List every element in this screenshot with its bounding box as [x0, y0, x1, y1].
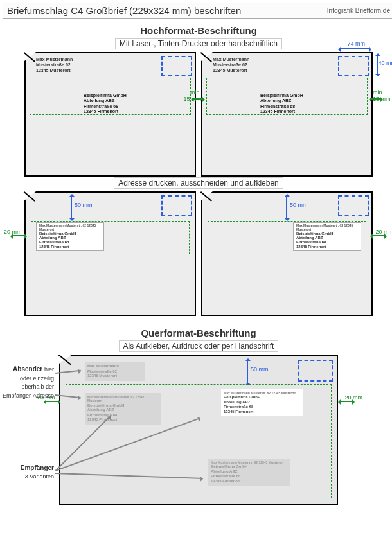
address-label: Max Mustermann Musterstr. 62 12345 Muste…	[293, 222, 361, 251]
dim-arrow-20-quer-r	[341, 401, 352, 402]
envelope-portrait-2: Max MustermannMusterstraße 6212345 Muste…	[201, 52, 373, 177]
recipient-variant-3: Max Mustermann Musterstr. 62 12345 Muste…	[208, 459, 290, 486]
absender-label: Absender hier oder einzeilig oberhalb de…	[0, 365, 54, 400]
source-credit: Infografik Briefform.de	[327, 7, 390, 14]
envelope-landscape: 50 mm Max MustermannMusterstraße 6212345…	[59, 355, 338, 505]
dim-arrow-50-quer	[247, 361, 248, 383]
dim-arrow-stamp-w	[341, 48, 369, 49]
stamp-zone	[338, 56, 369, 76]
hoch-row-2: 50 mm Max Mustermann Musterstr. 62 12345…	[3, 191, 392, 316]
dim-20-l: 20 mm	[4, 229, 22, 235]
empfaenger-label: Empfänger3 Varianten	[0, 464, 54, 481]
dim-50-quer: 50 mm	[251, 366, 269, 373]
dim-50: 50 mm	[75, 202, 93, 208]
dim-stamp-w: 74 mm	[347, 40, 365, 47]
sender-block: Max MustermannMusterstraße 6212345 Muste…	[213, 57, 249, 73]
stamp-zone	[338, 195, 369, 216]
dim-margin-l: min. 15 mm	[183, 89, 201, 102]
sender-variant-block: Max MustermannMusterstraße 6212345 Muste…	[85, 362, 145, 381]
recipient-block: Beispielfirma GmbHAbteilung ABZFirmenstr…	[84, 93, 127, 115]
subhead-hoch-2: Adresse drucken, ausschneiden und aufkle…	[114, 177, 283, 189]
envelope-portrait-4: 50 mm Max Mustermann Musterstr. 62 12345…	[201, 191, 373, 316]
stamp-zone	[161, 195, 192, 216]
dim-margin-r: min. 15 mm	[373, 89, 391, 102]
dim-arrow-20-r	[373, 235, 384, 236]
dim-20-quer-r: 20 mm	[344, 394, 362, 401]
dim-20-r: 20 mm	[375, 229, 392, 235]
dim-arrow-50	[71, 197, 72, 218]
recipient-variant-2: Max Mustermann Musterstr. 62 12345 Muste…	[221, 389, 303, 416]
address-label: Max Mustermann Musterstr. 62 12345 Muste…	[36, 222, 104, 251]
title-bar: Briefumschlag C4 Großbrief (229x324 mm) …	[3, 3, 392, 19]
hoch-row-1: Max MustermannMusterstraße 6212345 Muste…	[3, 52, 392, 177]
subhead-quer: Als Aufkleber, Aufdruck oder per Handsch…	[119, 340, 279, 352]
stamp-zone	[161, 56, 192, 76]
section-heading-hoch: Hochformat-Beschriftung	[3, 25, 392, 36]
dim-arrow-20-quer-l	[46, 401, 58, 402]
subhead-hoch-1: Mit Laser-, Tinten-Drucker oder handschr…	[115, 38, 282, 49]
page-title: Briefumschlag C4 Großbrief (229x324 mm) …	[7, 5, 241, 16]
stamp-zone	[298, 360, 333, 382]
dim-stamp-h: 40 mm	[378, 60, 392, 66]
recipient-block: Beispielfirma GmbHAbteilung ABZFirmenstr…	[260, 93, 303, 115]
sender-block: Max MustermannMusterstraße 6212345 Muste…	[36, 57, 73, 73]
dim-arrow-20-l	[13, 235, 24, 236]
dim-50: 50 mm	[290, 202, 308, 208]
envelope-portrait-3: 50 mm Max Mustermann Musterstr. 62 12345…	[24, 191, 196, 316]
dim-arrow-50	[286, 197, 287, 218]
section-heading-quer: Querformat-Beschriftung	[3, 328, 392, 338]
recipient-variant-1: Max Mustermann Musterstr. 62 12345 Muste…	[85, 393, 161, 425]
envelope-portrait-1: Max MustermannMusterstraße 6212345 Muste…	[24, 52, 196, 177]
